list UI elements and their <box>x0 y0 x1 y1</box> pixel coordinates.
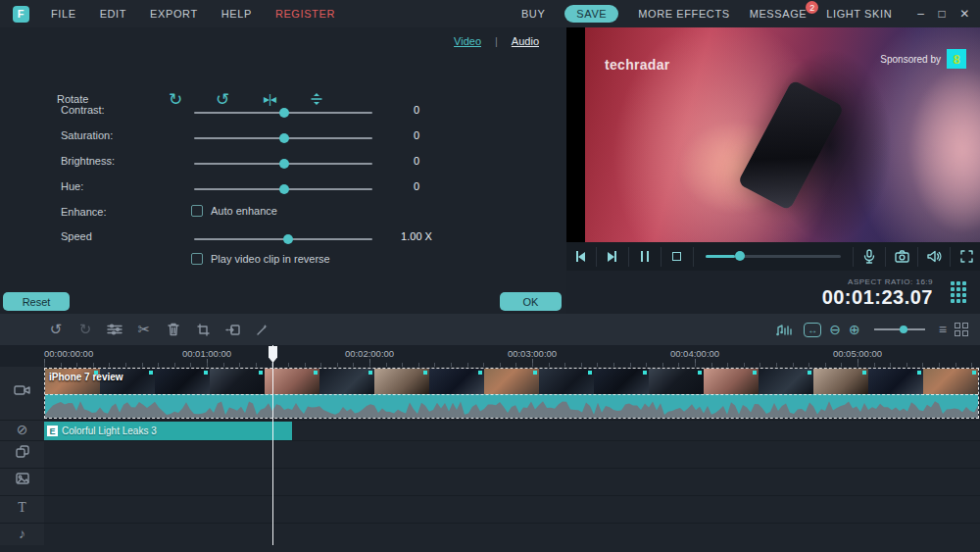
menu-file[interactable]: FILE <box>51 8 76 20</box>
app-logo: F <box>13 6 29 23</box>
fullscreen-icon[interactable] <box>953 248 980 266</box>
list-view-icon[interactable]: ≡ <box>939 322 947 337</box>
reverse-row: Play video clip in reverse <box>191 253 330 265</box>
crop-icon[interactable] <box>188 319 218 340</box>
reverse-checkbox[interactable] <box>191 253 203 265</box>
timecode: 00:01:23.07 <box>822 286 933 309</box>
brightness-row: Brightness: 0 <box>0 152 566 172</box>
saturation-row: Saturation: 0 <box>0 126 566 146</box>
fit-timeline-icon[interactable]: ↔ <box>804 323 821 337</box>
previous-frame-icon[interactable] <box>566 248 594 266</box>
sponsor-logo: 8 <box>947 49 966 69</box>
pause-icon[interactable] <box>631 248 659 266</box>
menu-edit[interactable]: EDIT <box>100 8 126 20</box>
split-scissors-icon[interactable]: ✂ <box>129 319 159 340</box>
seek-slider[interactable] <box>706 255 841 258</box>
image-track-icon[interactable] <box>0 473 44 484</box>
minimize-icon[interactable]: – <box>917 7 924 21</box>
power-tool-icon[interactable] <box>247 319 276 340</box>
playback-controls <box>566 242 980 271</box>
effects-track-icon[interactable]: ⊘ <box>0 422 44 437</box>
timeline-toolbar: ↺ ↻ ✂ ↔ ⊖ ⊕ <box>0 314 980 345</box>
audio-waveform <box>45 394 978 418</box>
brightness-slider[interactable] <box>194 163 372 165</box>
ruler-tick-label: 00:05:00:00 <box>833 348 882 359</box>
timeline-zoom-slider[interactable] <box>874 328 925 330</box>
export-frame-icon[interactable] <box>218 319 247 340</box>
tab-audio[interactable]: Audio <box>512 35 539 47</box>
menu-register[interactable]: REGISTER <box>275 8 335 20</box>
zoom-out-icon[interactable]: ⊖ <box>829 322 841 337</box>
timecode-keypad-icon[interactable] <box>950 280 966 304</box>
enhance-label: Enhance: <box>61 206 106 218</box>
save-button[interactable]: SAVE <box>564 5 618 23</box>
menu-help[interactable]: HELP <box>221 8 252 20</box>
video-clip-thumbnails <box>45 369 978 394</box>
hue-row: Hue: 0 <box>0 177 566 197</box>
more-effects-button[interactable]: MORE EFFECTS <box>638 8 729 20</box>
audio-track-icon[interactable]: ♪ <box>0 526 44 541</box>
reset-button[interactable]: Reset <box>3 292 70 311</box>
undo-icon[interactable]: ↺ <box>41 319 71 340</box>
ok-button[interactable]: OK <box>500 292 562 311</box>
close-icon[interactable]: ✕ <box>959 7 970 21</box>
message-button[interactable]: MESSAGE 2 <box>750 8 808 20</box>
audio-mixer-icon[interactable] <box>772 319 796 340</box>
light-skin-button[interactable]: LIGHT SKIN <box>826 8 892 20</box>
stop-icon[interactable] <box>663 248 691 266</box>
timeline-ruler[interactable]: 00:00:00:00 00:01:00:00 00:02:00:00 00:0… <box>0 345 980 367</box>
hue-label: Hue: <box>61 180 83 192</box>
effect-clip[interactable]: E Colorful Light Leaks 3 <box>44 422 292 440</box>
maximize-icon[interactable]: □ <box>938 7 946 21</box>
hue-slider[interactable] <box>194 188 372 190</box>
contrast-row: Contrast: 0 <box>0 101 566 121</box>
topbar-right: BUY SAVE MORE EFFECTS MESSAGE 2 LIGHT SK… <box>521 5 980 23</box>
redo-icon[interactable]: ↻ <box>71 319 100 340</box>
effect-clip-label: Colorful Light Leaks 3 <box>62 426 157 436</box>
auto-enhance-checkbox[interactable] <box>191 205 203 217</box>
video-clip[interactable]: iPhone 7 review <box>44 368 979 419</box>
grid-view-icon[interactable] <box>955 323 968 336</box>
speed-row: Speed 1.00 X <box>0 227 566 247</box>
effect-badge: E <box>47 426 58 436</box>
tab-separator: | <box>495 35 498 47</box>
microphone-icon[interactable] <box>856 248 883 266</box>
contrast-label: Contrast: <box>61 104 105 116</box>
ruler-tick-label: 00:01:00:00 <box>182 348 231 359</box>
brightness-label: Brightness: <box>61 155 115 167</box>
menu-export[interactable]: EXPORT <box>150 8 198 20</box>
playhead[interactable] <box>272 345 273 545</box>
video-track-icon[interactable] <box>0 384 44 396</box>
volume-icon[interactable] <box>920 248 948 266</box>
auto-enhance-row: Auto enhance <box>191 205 277 217</box>
pip-track-icon[interactable] <box>0 445 44 458</box>
video-preview[interactable]: techradar Sponsored by 8 <box>585 27 980 242</box>
timeline-tracks: ⊘ T ♪ iPhone 7 review <box>0 367 980 545</box>
ruler-tick-label: 00:02:00:00 <box>345 348 394 359</box>
speed-slider[interactable] <box>194 238 372 240</box>
clip-settings-icon[interactable] <box>100 319 129 340</box>
saturation-slider[interactable] <box>194 137 372 139</box>
video-clip-label: iPhone 7 review <box>49 372 123 382</box>
message-badge: 2 <box>806 1 818 14</box>
ruler-tick-label: 00:03:00:00 <box>508 348 557 359</box>
zoom-in-icon[interactable]: ⊕ <box>849 322 860 337</box>
next-frame-icon[interactable] <box>599 248 626 266</box>
buy-button[interactable]: BUY <box>521 8 545 20</box>
ruler-tick-label: 00:00:00:00 <box>44 348 93 359</box>
panel-tabs: Video | Audio <box>454 35 539 47</box>
reverse-label: Play video clip in reverse <box>211 253 330 265</box>
preview-pane: techradar Sponsored by 8 <box>566 27 980 314</box>
preview-info-bar: ASPECT RATIO: 16:9 00:01:23.07 <box>566 271 980 314</box>
text-track-icon[interactable]: T <box>0 500 44 516</box>
ruler-tick-label: 00:04:00:00 <box>670 348 719 359</box>
snapshot-camera-icon[interactable] <box>888 248 915 266</box>
speed-value: 1.00 X <box>397 230 436 242</box>
tab-video[interactable]: Video <box>454 35 481 47</box>
brightness-value: 0 <box>397 155 436 167</box>
contrast-value: 0 <box>397 104 436 116</box>
menu-bar: F FILE EDIT EXPORT HELP REGISTER BUY SAV… <box>0 0 980 27</box>
delete-icon[interactable] <box>159 319 188 340</box>
techradar-watermark: techradar <box>605 57 670 73</box>
contrast-slider[interactable] <box>194 112 372 114</box>
